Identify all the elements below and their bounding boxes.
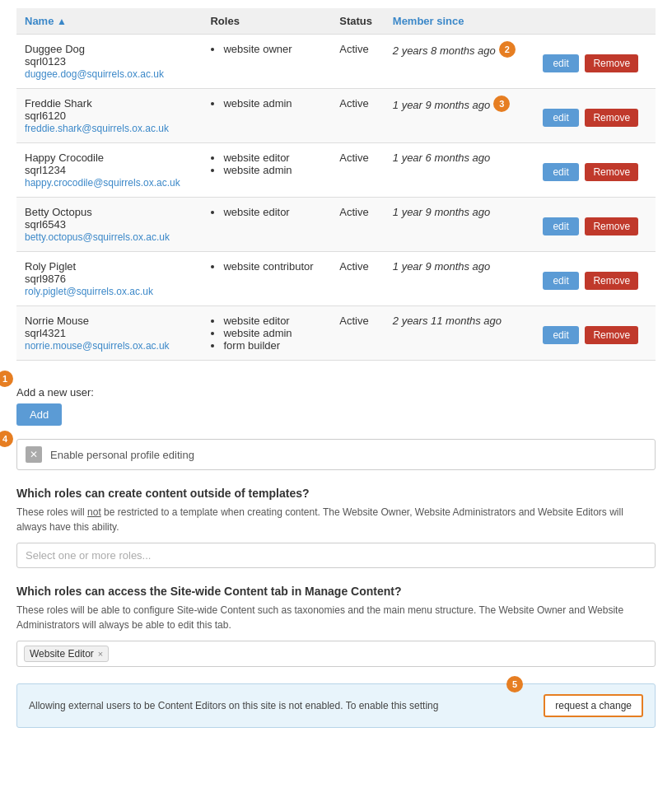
role-item: website owner [223, 43, 323, 55]
col-member-since: Member since [385, 8, 535, 35]
user-sqrl: sqrl9876 [25, 273, 194, 285]
status-cell: Active [331, 143, 385, 198]
user-fullname: Duggee Dog [25, 43, 194, 55]
remove-button[interactable]: Remove [585, 326, 638, 344]
status-cell: Active [331, 89, 385, 143]
role-item: website admin [223, 164, 323, 176]
status-cell: Active [331, 35, 385, 89]
user-email[interactable]: freddie.shark@squirrels.ox.ac.uk [25, 123, 169, 134]
remove-button[interactable]: Remove [585, 163, 638, 181]
table-row: Duggee Dog sqrl0123 duggee.dog@squirrels… [16, 35, 656, 89]
roles-cell: website editorwebsite admin [202, 143, 331, 198]
users-table: Name ▲ Roles Status Member since Duggee … [16, 8, 656, 361]
user-email[interactable]: norrie.mouse@squirrels.ox.ac.uk [25, 340, 170, 352]
remove-button[interactable]: Remove [585, 272, 638, 290]
info-box: 5 Allowing external users to be Content … [16, 683, 656, 728]
remove-button[interactable]: Remove [585, 217, 638, 235]
section2-title: Which roles can access the Site-wide Con… [16, 585, 656, 598]
roles-cell: website admin [202, 89, 331, 143]
roles-cell: website owner [202, 35, 331, 89]
status-cell: Active [331, 252, 385, 306]
member-since-cell: 2 years 8 months ago2 [385, 35, 535, 89]
table-row: Norrie Mouse sqrl4321 norrie.mouse@squir… [16, 306, 656, 361]
status-cell: Active [331, 198, 385, 252]
badge-5: 5 [506, 676, 523, 692]
section1-title: Which roles can create content outside o… [16, 487, 656, 500]
member-since-cell: 2 years 11 months ago [385, 306, 535, 361]
user-email[interactable]: duggee.dog@squirrels.ox.ac.uk [25, 68, 164, 80]
member-since-cell: 1 year 6 months ago [385, 143, 535, 198]
actions-cell: edit Remove [534, 252, 656, 306]
role-item: form builder [223, 339, 323, 352]
section2-tag-input[interactable]: Website Editor × [16, 641, 656, 667]
actions-cell: edit Remove [534, 306, 656, 361]
roles-select-input[interactable]: Select one or more roles... [16, 543, 656, 568]
col-name[interactable]: Name ▲ [16, 8, 202, 35]
row-badge-3: 3 [493, 96, 510, 112]
enable-profile-label: Enable personal profile editing [50, 449, 194, 461]
table-row: Freddie Shark sqrl6120 freddie.shark@squ… [16, 89, 656, 143]
role-item: website editor [223, 206, 323, 218]
actions-cell: edit Remove [534, 35, 656, 89]
member-since-val: 2 years 8 months ago [393, 44, 496, 57]
member-since-val: 1 year 6 months ago [393, 152, 491, 164]
user-cell: Duggee Dog sqrl0123 duggee.dog@squirrels… [16, 35, 202, 89]
badge-1: 1 [0, 371, 13, 387]
member-since-val: 1 year 9 months ago [393, 206, 491, 218]
user-fullname: Betty Octopus [25, 206, 194, 218]
add-user-label: Add a new user: [16, 386, 656, 399]
role-item: website admin [223, 97, 323, 110]
row-badge-2: 2 [499, 41, 516, 58]
section-sitewide-content: Which roles can access the Site-wide Con… [16, 585, 656, 667]
badge-4: 4 [0, 431, 13, 447]
user-fullname: Happy Crocodile [25, 152, 194, 164]
roles-cell: website contributor [202, 252, 331, 306]
checkbox-x-icon[interactable]: ✕ [26, 446, 42, 463]
request-change-button[interactable]: request a change [544, 694, 643, 717]
user-sqrl: sqrl6543 [25, 218, 194, 231]
table-row: Happy Crocodile sqrl1234 happy.crocodile… [16, 143, 656, 198]
member-since-val: 1 year 9 months ago [393, 99, 491, 111]
user-cell: Norrie Mouse sqrl4321 norrie.mouse@squir… [16, 306, 202, 361]
table-row: Roly Piglet sqrl9876 roly.piglet@squirre… [16, 252, 656, 306]
status-cell: Active [331, 306, 385, 361]
member-since-val: 1 year 9 months ago [393, 260, 491, 273]
section-create-content: Which roles can create content outside o… [16, 487, 656, 568]
col-actions [534, 8, 656, 35]
user-fullname: Roly Piglet [25, 260, 194, 273]
user-sqrl: sqrl4321 [25, 327, 194, 339]
table-row: Betty Octopus sqrl6543 betty.octopus@squ… [16, 198, 656, 252]
edit-button[interactable]: edit [543, 109, 578, 127]
actions-cell: edit Remove [534, 198, 656, 252]
add-button[interactable]: Add [16, 403, 62, 426]
col-status: Status [331, 8, 385, 35]
user-email[interactable]: betty.octopus@squirrels.ox.ac.uk [25, 231, 170, 243]
user-cell: Betty Octopus sqrl6543 betty.octopus@squ… [16, 198, 202, 252]
section1-desc: These roles will not be restricted to a … [16, 505, 656, 534]
user-sqrl: sqrl1234 [25, 164, 194, 176]
edit-button[interactable]: edit [543, 326, 578, 344]
role-item: website editor [223, 315, 323, 327]
edit-button[interactable]: edit [543, 217, 578, 235]
tag-remove-website-editor[interactable]: × [98, 649, 103, 659]
remove-button[interactable]: Remove [585, 109, 638, 127]
enable-profile-row: ✕ Enable personal profile editing [16, 439, 656, 470]
info-box-text: Allowing external users to be Content Ed… [29, 700, 438, 711]
sort-arrow: ▲ [57, 16, 67, 27]
user-cell: Freddie Shark sqrl6120 freddie.shark@squ… [16, 89, 202, 143]
edit-button[interactable]: edit [543, 163, 578, 181]
user-email[interactable]: happy.crocodile@squirrels.ox.ac.uk [25, 177, 180, 189]
col-roles: Roles [202, 8, 331, 35]
edit-button[interactable]: edit [543, 272, 578, 290]
role-item: website admin [223, 327, 323, 339]
user-fullname: Norrie Mouse [25, 315, 194, 327]
user-fullname: Freddie Shark [25, 97, 194, 110]
actions-cell: edit Remove [534, 143, 656, 198]
user-sqrl: sqrl0123 [25, 55, 194, 68]
user-sqrl: sqrl6120 [25, 110, 194, 122]
user-email[interactable]: roly.piglet@squirrels.ox.ac.uk [25, 286, 153, 297]
edit-button[interactable]: edit [543, 54, 578, 72]
member-since-cell: 1 year 9 months ago [385, 198, 535, 252]
remove-button[interactable]: Remove [585, 54, 638, 72]
add-user-section: 1 Add a new user: Add [16, 374, 656, 426]
